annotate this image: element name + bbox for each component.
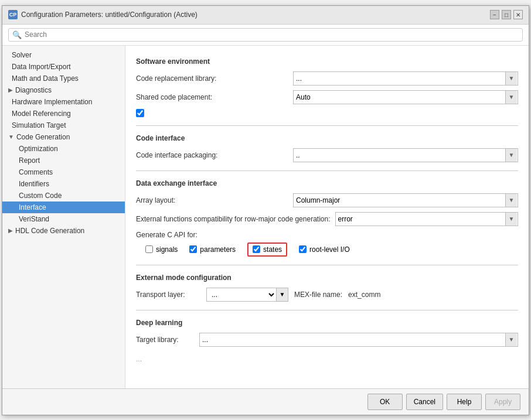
array-layout-label: Array layout: [136, 196, 288, 204]
array-layout-select-wrap: Column-major ▼ [293, 193, 518, 207]
code-replacement-row: Code replacement library: ... ▼ [136, 71, 518, 86]
external-mode-title: External mode configuration [136, 274, 518, 282]
data-exchange-title: Data exchange interface [136, 179, 518, 187]
external-functions-select-wrap: error ▼ [335, 212, 519, 226]
shared-code-label: Shared code placement: [136, 93, 288, 101]
cancel-button[interactable]: Cancel [406, 394, 443, 410]
external-functions-select[interactable]: error [335, 212, 519, 226]
divider-2 [136, 170, 518, 171]
sidebar-item-model-referencing[interactable]: Model Referencing [2, 108, 125, 119]
sidebar-item-interface[interactable]: Interface [2, 202, 125, 213]
generate-capi-label: Generate C API for: [136, 231, 518, 239]
window-controls: − □ ✕ [490, 10, 523, 19]
sidebar-item-comments[interactable]: Comments [2, 166, 125, 178]
code-interface-packaging-row: Code interface packaging: .. ▼ [136, 148, 518, 162]
code-replacement-label: Code replacement library: [136, 74, 288, 83]
code-interface-title: Code interface [136, 134, 518, 142]
hdl-arrow-icon: ▶ [8, 227, 13, 234]
transport-select-wrap: ... ▼ [206, 288, 288, 302]
transport-layer-select[interactable]: ... [206, 288, 277, 302]
diagnostics-arrow-icon: ▶ [8, 87, 13, 93]
minimize-button[interactable]: − [490, 10, 499, 19]
main-window: CP Configuration Parameters: untitled/Co… [2, 5, 529, 415]
target-library-label: Target library: [136, 336, 195, 344]
signals-checkbox[interactable] [145, 245, 153, 253]
code-generation-arrow-icon: ▼ [8, 134, 14, 140]
software-env-checkbox-row [136, 109, 518, 117]
sidebar-item-hdl-code-generation[interactable]: ▶ HDL Code Generation [2, 225, 125, 237]
sidebar: Solver Data Import/Export Math and Data … [2, 46, 125, 388]
sidebar-item-custom-code[interactable]: Custom Code [2, 190, 125, 202]
parameters-checkbox-item: parameters [189, 245, 236, 254]
states-label: states [263, 245, 282, 254]
transport-layer-row: Transport layer: ... ▼ MEX-file name: ex… [136, 288, 518, 302]
transport-layer-label: Transport layer: [136, 291, 200, 299]
sidebar-item-hardware-implementation[interactable]: Hardware Implementation [2, 96, 125, 108]
title-bar-left: CP Configuration Parameters: untitled/Co… [8, 10, 198, 19]
divider-3 [136, 265, 518, 265]
api-checkboxes-group: signals parameters states root-level I/O [145, 243, 518, 257]
search-icon: 🔍 [12, 30, 22, 39]
maximize-button[interactable]: □ [502, 10, 511, 19]
search-bar: 🔍 [2, 25, 529, 46]
root-level-io-checkbox-item: root-level I/O [299, 245, 350, 254]
states-checkbox[interactable] [253, 245, 260, 253]
root-level-io-checkbox[interactable] [299, 245, 307, 253]
content-area: Software environment Code replacement li… [125, 46, 529, 388]
code-interface-packaging-select[interactable]: .. [293, 148, 518, 162]
software-env-checkbox[interactable] [136, 109, 144, 117]
code-interface-packaging-label: Code interface packaging: [136, 151, 288, 159]
close-button[interactable]: ✕ [513, 10, 523, 19]
window-title: Configuration Parameters: untitled/Confi… [21, 11, 198, 19]
code-replacement-select[interactable]: ... [293, 71, 518, 86]
parameters-label: parameters [200, 245, 236, 254]
sidebar-item-optimization[interactable]: Optimization [2, 143, 125, 155]
search-input-wrap: 🔍 [8, 28, 523, 42]
target-library-select-wrap: ... ▼ [199, 333, 518, 347]
apply-button[interactable]: Apply [485, 394, 520, 410]
root-level-io-label: root-level I/O [309, 245, 350, 254]
software-environment-title: Software environment [136, 57, 518, 66]
array-layout-row: Array layout: Column-major ▼ [136, 193, 518, 207]
sidebar-item-identifiers[interactable]: Identifiers [2, 178, 125, 190]
search-input[interactable] [25, 30, 519, 39]
bottom-bar: OK Cancel Help Apply [2, 388, 529, 415]
shared-code-select-wrap: Auto ▼ [293, 90, 518, 104]
parameters-checkbox[interactable] [189, 245, 197, 253]
code-replacement-select-wrap: ... ▼ [293, 71, 518, 86]
help-button[interactable]: Help [447, 394, 482, 410]
code-interface-packaging-select-wrap: .. ▼ [293, 148, 518, 162]
sidebar-item-solver[interactable]: Solver [2, 49, 125, 61]
signals-checkbox-item: signals [145, 245, 178, 254]
mex-file-label: MEX-file name: [294, 291, 342, 299]
app-icon: CP [8, 10, 18, 19]
sidebar-item-math-data-types[interactable]: Math and Data Types [2, 73, 125, 84]
shared-code-select[interactable]: Auto [293, 90, 518, 104]
sidebar-item-code-generation[interactable]: ▼ Code Generation [2, 131, 125, 143]
sidebar-item-simulation-target[interactable]: Simulation Target [2, 119, 125, 131]
divider-1 [136, 125, 518, 126]
transport-arrow-icon[interactable]: ▼ [277, 288, 288, 302]
sidebar-item-data-import-export[interactable]: Data Import/Export [2, 61, 125, 73]
states-checkbox-item: states [247, 243, 287, 257]
sidebar-item-diagnostics[interactable]: ▶ Diagnostics [2, 84, 125, 96]
mex-file-value: ext_comm [348, 291, 380, 299]
external-functions-row: External functions compatibility for row… [136, 212, 518, 226]
bottom-ellipsis: ... [136, 355, 518, 363]
array-layout-select[interactable]: Column-major [293, 193, 518, 207]
external-functions-label: External functions compatibility for row… [136, 215, 331, 223]
target-library-select[interactable]: ... [199, 333, 518, 347]
deep-learning-title: Deep learning [136, 319, 518, 327]
sidebar-item-veristand[interactable]: VeriStand [2, 213, 125, 225]
target-library-row: Target library: ... ▼ [136, 333, 518, 347]
sidebar-item-report[interactable]: Report [2, 155, 125, 166]
ok-button[interactable]: OK [367, 394, 403, 410]
main-content: Solver Data Import/Export Math and Data … [2, 46, 529, 388]
divider-4 [136, 310, 518, 310]
title-bar: CP Configuration Parameters: untitled/Co… [2, 6, 529, 25]
shared-code-row: Shared code placement: Auto ▼ [136, 90, 518, 104]
signals-label: signals [156, 245, 178, 254]
